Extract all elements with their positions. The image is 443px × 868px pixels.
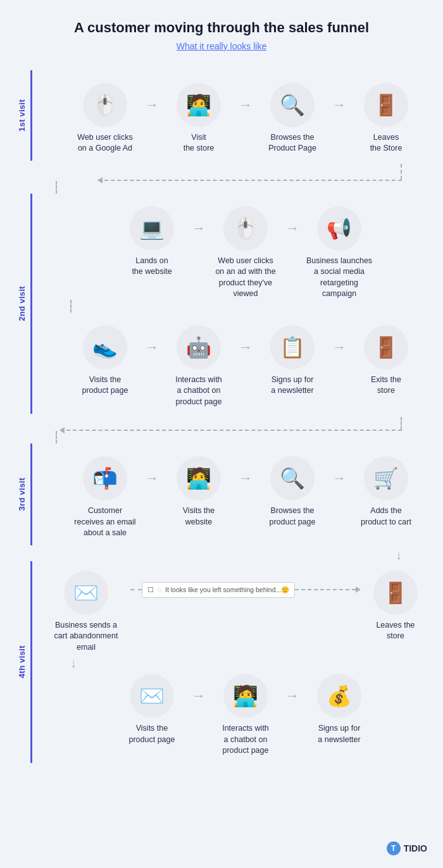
tidio-icon: T	[387, 841, 401, 855]
arrow-7	[239, 325, 253, 356]
node-chatbot-1-label: Interacts witha chatbot onproduct page	[175, 375, 222, 408]
node-social-retarget: 📢 Business launchesa social mediaretarge…	[298, 206, 380, 300]
node-visits-product-4-label: Visits theproduct page	[129, 723, 175, 745]
node-visits-website: 🧑‍💻 Visits thewebsite	[158, 456, 240, 528]
node-cart-abandonment-email: ✉️ Business sends acart abandonmentemail	[42, 571, 130, 654]
visit2-row1: 💻 Lands onthe website 🖱️ Web user clicks…	[35, 194, 430, 300]
arrow-8	[332, 325, 346, 356]
visit-section-2: 2nd visit 💻 Lands onthe website 🖱️ Web u…	[13, 194, 430, 414]
node-visits-website-label: Visits thewebsite	[183, 505, 215, 528]
node-lands-website: 💻 Lands onthe website	[111, 206, 193, 278]
node-browses-product-label: Browses theProduct Page	[268, 132, 316, 154]
arrow-11	[332, 456, 346, 487]
star-icon: ☆	[156, 586, 163, 593]
node-chatbot-1: 🤖 Interacts witha chatbot onproduct page	[158, 325, 240, 408]
arrow-9	[145, 456, 159, 487]
door2-icon: 🚪	[364, 325, 408, 369]
laptop-icon: 💻	[130, 206, 174, 251]
envelope2-icon: ✉️	[130, 674, 174, 718]
arrow-10	[239, 456, 253, 487]
store-icon: 🧑‍💻	[177, 83, 221, 127]
node-click-ad: 🖱️ Web user clickson a Google Ad	[64, 83, 146, 154]
node-leaves-store-4-label: Leaves thestore	[376, 620, 415, 642]
clipboard-icon: 📋	[270, 325, 315, 369]
door3-icon: 🚪	[373, 571, 418, 615]
visit-section-1: 1st visit 🖱️ Web user clickson a Google …	[13, 70, 430, 161]
visit4-row2: ✉️ Visits theproduct page 🧑‍💻 Interacts …	[35, 671, 430, 763]
node-visits-product-label: Visits theproduct page	[82, 375, 128, 397]
node-click-ad-label: Web user clickson a Google Ad	[77, 132, 132, 154]
node-leaves-store-4: 🚪 Leaves thestore	[361, 571, 430, 642]
arrow-13	[285, 674, 299, 704]
mailbox-icon: 📬	[83, 456, 127, 500]
node-signup-2-label: Signs up fora newsletter	[318, 723, 360, 745]
main-container: A customer moving through the sales funn…	[13, 19, 430, 766]
node-receives-email-label: Customerreceives an emailabout a sale	[74, 505, 135, 539]
node-visits-product: 👟 Visits theproduct page	[64, 325, 146, 397]
visit-content-2: 💻 Lands onthe website 🖱️ Web user clicks…	[30, 194, 430, 414]
visit4-special-row: ✉️ Business sends acart abandonmentemail…	[35, 561, 430, 657]
visit-section-4: 4th visit ✉️ Business sends acart abando…	[13, 561, 430, 763]
node-signup-1: 📋 Signs up fora newsletter	[251, 325, 334, 397]
node-visit-store-label: Visitthe store	[184, 132, 215, 154]
checkbox-icon: ☐	[147, 586, 154, 593]
email-preview-text: It looks like you left something behind.…	[165, 586, 289, 594]
cursor2-icon: 🖱️	[223, 206, 268, 251]
node-clicks-ad: 🖱️ Web user clickson an ad with theprodu…	[204, 206, 287, 300]
node-exits-store: 🚪 Exits thestore	[345, 325, 427, 397]
node-visit-store: 🧑‍💻 Visitthe store	[158, 83, 240, 154]
money-icon: 💰	[317, 674, 361, 718]
subtitle[interactable]: What it really looks like	[13, 41, 430, 51]
arrow-12	[192, 674, 206, 704]
visit1-row1: 🖱️ Web user clickson a Google Ad 🧑‍💻 Vis…	[35, 70, 430, 161]
node-clicks-ad-label: Web user clickson an ad with theproduct …	[215, 256, 275, 300]
node-signup-1-label: Signs up fora newsletter	[271, 375, 313, 397]
visit2-row2: 👟 Visits theproduct page 🤖 Interacts wit…	[35, 313, 430, 414]
visit-content-1: 🖱️ Web user clickson a Google Ad 🧑‍💻 Vis…	[30, 70, 430, 161]
node-exits-store-label: Exits thestore	[371, 375, 401, 397]
letter-icon: ✉️	[64, 571, 108, 615]
cart-icon: 🛒	[364, 456, 408, 500]
robot-icon: 🤖	[177, 325, 221, 369]
visit3-row1: 📬 Customerreceives an emailabout a sale …	[35, 443, 430, 545]
sneaker-icon: 👟	[83, 325, 127, 369]
cursor-icon: 🖱️	[83, 83, 127, 127]
visit-label-1: 1st visit	[13, 70, 30, 161]
arrow-1	[145, 83, 159, 113]
node-browses-product: 🔍 Browses theProduct Page	[251, 83, 334, 154]
tidio-label: TIDIO	[404, 843, 427, 853]
megaphone-icon: 📢	[317, 206, 361, 251]
arrow-5	[285, 206, 299, 237]
node-leaves-store-label: Leavesthe Store	[370, 132, 402, 154]
node-receives-email: 📬 Customerreceives an emailabout a sale	[64, 456, 146, 539]
node-lands-website-label: Lands onthe website	[132, 256, 172, 278]
search-icon: 🔍	[270, 83, 315, 127]
visit-content-3: 📬 Customerreceives an emailabout a sale …	[30, 443, 430, 545]
node-add-cart: 🛒 Adds theproduct to cart	[345, 456, 427, 528]
node-browses-product-2: 🔍 Browses theproduct page	[251, 456, 334, 528]
visit-section-3: 3rd visit 📬 Customerreceives an emailabo…	[13, 443, 430, 545]
email-preview: ☐ ☆ It looks like you left something beh…	[142, 582, 295, 598]
visit-label-3: 3rd visit	[13, 443, 30, 545]
search2-icon: 🔍	[270, 456, 315, 500]
node-leaves-store: 🚪 Leavesthe Store	[345, 83, 427, 154]
connector-1-2	[13, 164, 430, 180]
node-visits-product-4: ✉️ Visits theproduct page	[111, 674, 193, 745]
node-chatbot-2: 🧑‍💻 Interacts witha chatbot onproduct pa…	[204, 674, 287, 757]
node-social-retarget-label: Business launchesa social mediaretargeti…	[304, 256, 374, 300]
node-add-cart-label: Adds theproduct to cart	[361, 505, 411, 528]
node-chatbot-2-label: Interacts witha chatbot onproduct page	[222, 723, 269, 757]
door-icon: 🚪	[364, 83, 408, 127]
arrow-2	[239, 83, 253, 113]
visit-label-2: 2nd visit	[13, 194, 30, 414]
page-title: A customer moving through the sales funn…	[13, 19, 430, 37]
node-cart-email-label: Business sends acart abandonmentemail	[54, 620, 118, 654]
node-signup-2: 💰 Signs up fora newsletter	[298, 674, 380, 745]
visit-content-4: ✉️ Business sends acart abandonmentemail…	[30, 561, 430, 763]
person-icon: 🧑‍💻	[177, 456, 221, 500]
arrow-4	[192, 206, 206, 237]
tidio-logo: T TIDIO	[387, 841, 427, 855]
visit-label-4: 4th visit	[13, 561, 30, 763]
arrow-6	[145, 325, 159, 356]
arrow-3	[332, 83, 346, 113]
